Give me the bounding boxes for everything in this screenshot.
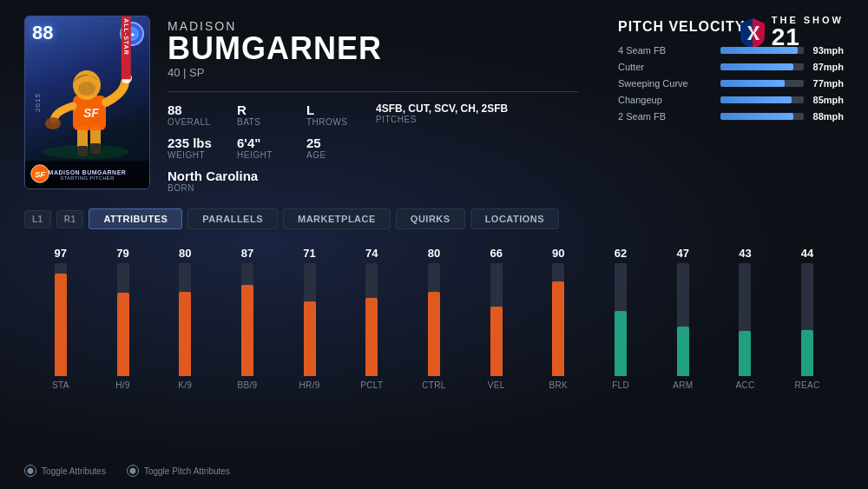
overall-label: Overall [168,117,237,127]
pv-row: Sweeping Curve 77mph [618,78,844,89]
top-section: 88 ★ ALL-STAR 2015 [24,16,844,193]
pv-speed: 88mph [811,111,844,122]
weight-label: Weight [168,150,237,160]
bar-acc: 43 ACC [716,247,775,458]
bar-fill [677,327,689,376]
pv-pitch-name: Cutter [618,62,713,72]
stat-throws: L Throws [306,102,376,127]
pv-rows: 4 Seam FB 93mph Cutter 87mph Sweeping Cu… [618,45,844,122]
player-card: 88 ★ ALL-STAR 2015 [24,16,150,189]
bar-fill [615,311,627,376]
bar-track [304,263,316,376]
toggle-pitch-icon: ⬤ [127,465,139,477]
bars-container: 97 STA 79 H/9 80 K/9 87 BB/9 71 HR/9 74 [24,247,844,458]
svg-point-12 [78,82,95,96]
throws-label: Throws [306,117,376,127]
tab-items-container: ATTRIBUTESPARALLELSMARKETPLACEQUIRKSLOCA… [89,208,559,229]
bar-value: 44 [801,247,813,260]
bar-value: 47 [676,247,688,260]
bar-track [365,263,378,376]
pv-bar-fill [720,47,798,54]
pv-row: 2 Seam FB 88mph [618,111,844,122]
bar-label: K/9 [178,380,192,390]
bar-fill [365,298,378,376]
bar-value: 66 [490,247,502,260]
bar-ctrl: 80 CTRL [404,247,464,458]
stat-born: North Carolina Born [168,169,376,193]
svg-text:SF: SF [35,169,46,179]
bar-vel: 66 VEL [467,247,526,458]
bar-arm: 47 ARM [654,247,713,458]
pv-bar [720,96,804,103]
bar-fill [428,292,440,376]
tab-marketplace[interactable]: MARKETPLACE [283,208,391,229]
bar-value: 43 [739,247,751,260]
bar-label: H/9 [115,380,129,390]
bar-value: 74 [365,247,378,260]
bar-value: 71 [303,247,315,260]
pv-bar-fill [720,96,792,103]
player-subtitle: 40 | SP [168,66,601,79]
main-layout: THE SHOW 21 88 ★ ALL-STAR 2015 [0,0,868,489]
born-value: North Carolina [168,169,376,183]
bar-fill [179,292,191,376]
bar-label: ARM [673,380,693,390]
card-allstar-ribbon: ALL-STAR [121,16,130,80]
tab-trigger-l1[interactable]: L1 [24,210,51,228]
pv-speed: 77mph [811,78,844,89]
bar-label: ACC [735,380,754,390]
bar-label: HR/9 [299,380,320,390]
pv-bar [720,80,804,87]
toggle-attr-label: Toggle Attributes [42,466,106,476]
pv-pitch-name: Changeup [618,95,713,105]
bar-label: FLD [612,380,629,390]
bar-label: BB/9 [237,380,257,390]
bar-label: REAC [795,380,820,390]
footer-toggle-attr[interactable]: ⬤ Toggle Attributes [24,465,106,477]
svg-rect-5 [77,146,88,156]
bar-track [552,263,564,376]
bar-value: 80 [428,247,440,260]
bar-reac: 44 REAC [778,247,837,458]
pitches-label: Pitches [376,115,601,124]
player-info: MADISON BUMGARNER 40 | SP 88 Overall R B… [168,16,601,193]
bar-fill [117,293,129,376]
bar-fill [490,307,503,376]
pv-pitch-name: 4 Seam FB [618,45,713,56]
pv-row: Cutter 87mph [618,62,844,72]
pv-pitch-name: 2 Seam FB [618,111,713,122]
pv-row: Changeup 85mph [618,95,844,105]
bar-track [428,263,440,376]
overall-value: 88 [168,102,237,117]
bar-value: 87 [241,247,253,260]
tab-locations[interactable]: LOCATIONS [470,208,559,229]
tab-trigger-r1[interactable]: R1 [56,210,84,228]
bar-fill [739,331,751,376]
bar-fill [552,281,564,376]
bar-track [677,263,689,376]
bar-pclt: 74 PCLT [342,247,401,458]
pv-bar-fill [720,113,793,120]
pv-speed: 85mph [811,95,844,105]
tab-parallels[interactable]: PARALLELS [187,208,278,229]
stat-height: 6'4" Height [237,135,306,160]
bar-bb/9: 87 BB/9 [218,247,277,458]
stat-pitches: 4SFB, CUT, SCV, CH, 2SFB Pitches [376,102,601,160]
bar-track [490,263,503,376]
footer-toggle-pitch[interactable]: ⬤ Toggle Pitch Attributes [127,465,230,477]
age-value: 25 [306,135,376,150]
attributes-section: 97 STA 79 H/9 80 K/9 87 BB/9 71 HR/9 74 [24,247,844,458]
bar-label: PCLT [360,380,383,390]
bar-track [615,263,627,376]
bar-track [801,263,813,376]
bar-value: 90 [552,247,564,260]
tab-quirks[interactable]: QUIRKS [396,208,465,229]
bar-brk: 90 BRK [529,247,589,458]
pv-pitch-name: Sweeping Curve [618,78,713,89]
tabs-row: L1 R1 ATTRIBUTESPARALLELSMARKETPLACEQUIR… [24,208,844,229]
pv-bar [720,47,804,54]
card-player-name: MADISON BUMGARNER [49,169,127,175]
tab-attributes[interactable]: ATTRIBUTES [89,208,182,229]
bar-label: CTRL [422,380,445,390]
bar-label: BRK [549,380,568,390]
